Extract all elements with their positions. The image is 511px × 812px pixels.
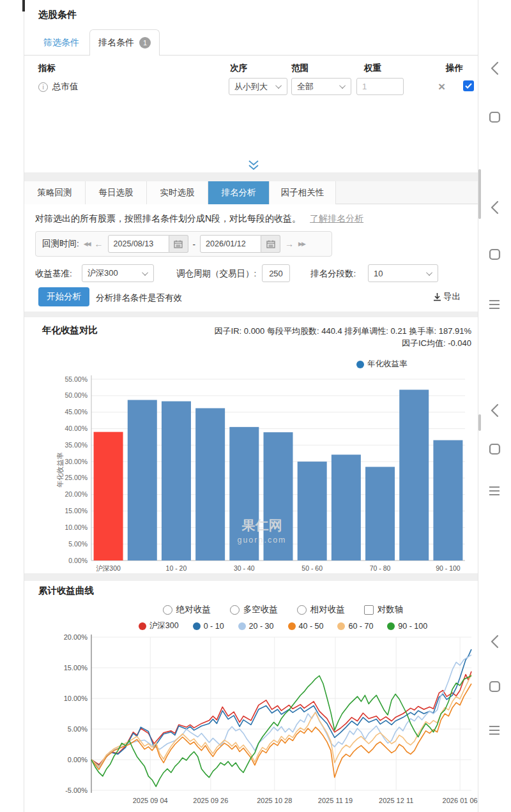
- svg-text:70 - 80: 70 - 80: [370, 564, 391, 572]
- chevron-down-icon: [426, 269, 432, 276]
- radio-icon: [230, 605, 240, 615]
- remove-condition-icon[interactable]: ×: [438, 80, 445, 93]
- order-select-value: 从小到大: [234, 81, 268, 93]
- segments-select-value: 10: [374, 269, 383, 278]
- svg-text:35.00%: 35.00%: [65, 441, 88, 449]
- legend-item[interactable]: 60 - 70: [337, 620, 373, 631]
- chevron-down-icon: [142, 269, 148, 276]
- tab-realtime-picks[interactable]: 实时选股: [147, 181, 208, 204]
- end-date-input[interactable]: 2026/01/12: [200, 235, 261, 253]
- option-absolute-return[interactable]: 绝对收益: [163, 604, 211, 615]
- svg-text:50 - 60: 50 - 60: [301, 564, 323, 572]
- range-select-value: 全部: [297, 81, 314, 93]
- svg-text:2026 01 06: 2026 01 06: [443, 797, 478, 804]
- legend-item[interactable]: 40 - 50: [288, 620, 324, 631]
- android-menu-icon[interactable]: [478, 486, 511, 496]
- android-recent-icon[interactable]: [478, 111, 511, 123]
- tab-rank-analysis[interactable]: 排名分析: [208, 181, 270, 204]
- fast-forward-icon[interactable]: ▶▶: [298, 241, 305, 247]
- calendar-icon[interactable]: [261, 235, 280, 253]
- info-icon[interactable]: i: [38, 82, 48, 92]
- option-long-short-return[interactable]: 多空收益: [230, 604, 278, 615]
- option-relative-return[interactable]: 相对收益: [297, 604, 345, 615]
- factor-stats-line2: 因子IC均值: -0.040: [165, 337, 471, 349]
- fast-backward-icon[interactable]: ◀◀: [84, 241, 90, 247]
- start-date-input[interactable]: 2025/08/13: [108, 235, 169, 253]
- option-label: 绝对收益: [176, 604, 211, 615]
- android-recent-icon[interactable]: [478, 443, 511, 455]
- weight-input[interactable]: [356, 78, 404, 95]
- option-log-axis[interactable]: 对数轴: [364, 604, 404, 615]
- calendar-icon[interactable]: [169, 235, 188, 253]
- svg-text:10.00%: 10.00%: [65, 523, 88, 531]
- android-menu-icon[interactable]: [478, 299, 511, 310]
- cumulative-line-chart: -5.00%0.00%5.00%10.00%15.00%20.00%2025 0…: [57, 631, 479, 812]
- section-separator: [24, 172, 478, 181]
- android-back-icon[interactable]: [478, 635, 511, 649]
- legend-dot: [139, 622, 146, 630]
- legend-label: 90 - 100: [398, 622, 427, 631]
- table-row: i 总市值: [38, 81, 79, 93]
- col-header-order: 次序: [230, 63, 247, 74]
- tab-daily-picks[interactable]: 每日选股: [86, 181, 147, 204]
- svg-text:沪深300: 沪深300: [96, 564, 121, 572]
- svg-text:25.00%: 25.00%: [65, 474, 88, 481]
- legend-item[interactable]: 0 - 10: [193, 620, 224, 631]
- check-icon: [465, 83, 472, 89]
- col-header-weight: 权重: [364, 63, 381, 74]
- android-menu-icon[interactable]: [478, 725, 511, 735]
- step-forward-icon[interactable]: →: [285, 239, 294, 248]
- svg-text:50.00%: 50.00%: [65, 391, 88, 399]
- factor-stats: 因子IR: 0.000 每段平均股数: 440.4 排列单调性: 0.21 换手…: [165, 325, 471, 349]
- annualized-chart-title: 年化收益对比: [42, 324, 98, 336]
- step-backward-icon[interactable]: ←: [95, 239, 103, 248]
- annualized-legend[interactable]: 年化收益率: [356, 359, 408, 370]
- legend-dot: [387, 622, 395, 630]
- segments-select[interactable]: 10: [368, 264, 438, 282]
- legend-item[interactable]: 沪深300: [139, 620, 179, 631]
- backtest-period-panel: 回测时间: ◀◀ ← 2025/08/13 - 2026/01/12 → ▶▶: [35, 231, 332, 257]
- android-recent-icon[interactable]: [478, 248, 511, 260]
- svg-text:30.00%: 30.00%: [65, 458, 88, 465]
- order-select[interactable]: 从小到大: [229, 78, 287, 95]
- android-back-icon[interactable]: [478, 61, 511, 75]
- tab-strategy-backtest[interactable]: 策略回测: [24, 181, 86, 204]
- enabled-checkbox[interactable]: [463, 80, 474, 91]
- legend-label: 20 - 30: [249, 622, 274, 631]
- chevron-down-icon: [339, 82, 346, 89]
- legend-label: 40 - 50: [299, 622, 324, 631]
- svg-text:30 - 40: 30 - 40: [234, 564, 255, 572]
- start-analysis-button[interactable]: 开始分析: [38, 287, 89, 306]
- download-icon: [433, 292, 441, 301]
- legend-dot: [193, 622, 201, 630]
- legend-item[interactable]: 20 - 30: [238, 620, 274, 631]
- android-back-icon[interactable]: [478, 200, 511, 214]
- android-back-icon[interactable]: [478, 403, 511, 417]
- benchmark-select[interactable]: 沪深300: [82, 264, 154, 282]
- return-mode-options: 绝对收益 多空收益 相对收益 对数轴: [91, 604, 475, 615]
- svg-text:0.00%: 0.00%: [68, 557, 88, 564]
- export-button[interactable]: 导出: [433, 291, 461, 303]
- android-recent-icon[interactable]: [478, 680, 511, 693]
- cumulative-chart-title: 累计收益曲线: [38, 585, 94, 597]
- rebalance-period-input[interactable]: 250: [262, 264, 290, 282]
- svg-text:-5.00%: -5.00%: [65, 786, 88, 794]
- bar-chart-svg: 0.00%5.00%10.00%15.00%20.00%25.00%30.00%…: [51, 369, 473, 575]
- tab-filter-conditions[interactable]: 筛选条件: [43, 37, 79, 49]
- collapse-panel-icon[interactable]: [248, 160, 259, 173]
- learn-rank-analysis-link[interactable]: 了解排名分析: [310, 213, 363, 223]
- range-select[interactable]: 全部: [291, 78, 351, 95]
- svg-text:5.00%: 5.00%: [68, 725, 88, 733]
- tab-rank-conditions[interactable]: 排名条件 1: [89, 29, 160, 56]
- svg-text:10 - 20: 10 - 20: [166, 564, 187, 572]
- analysis-hint: 分析排名条件是否有效: [96, 292, 182, 304]
- svg-text:90 - 100: 90 - 100: [436, 564, 461, 572]
- section-separator: [24, 312, 478, 317]
- tab-factor-correlation[interactable]: 因子相关性: [270, 181, 336, 204]
- scrollbar-thumb[interactable]: [22, 0, 25, 11]
- legend-dot: [238, 622, 246, 630]
- radio-icon: [297, 605, 307, 615]
- main-tabbar: 策略回测 每日选股 实时选股 排名分析 因子相关性: [24, 181, 478, 204]
- legend-item[interactable]: 90 - 100: [387, 620, 427, 631]
- svg-text:0.00%: 0.00%: [68, 756, 88, 763]
